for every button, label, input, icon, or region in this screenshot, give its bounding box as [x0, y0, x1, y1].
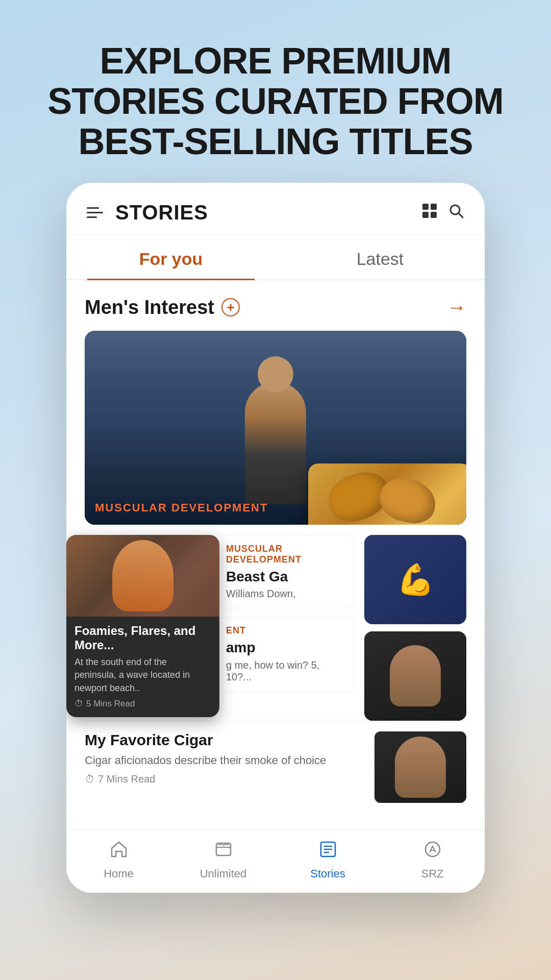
clock-icon-foamies: ⏱ [74, 699, 83, 709]
overlay-card-chicken[interactable]: The Grilled Chicken Cheat Sheet Here's h… [308, 463, 466, 525]
section-title: Men's Interest [85, 297, 214, 318]
section-add-button[interactable]: + [221, 298, 240, 316]
cigar-person-image [364, 631, 466, 721]
tab-for-you[interactable]: For you [66, 235, 276, 279]
section-arrow-icon[interactable]: → [447, 297, 466, 318]
nav-item-stories[interactable]: Stories [276, 840, 380, 880]
bottom-navigation: Home Unlimited Stories [66, 829, 485, 893]
main-story-card[interactable]: MUSCULAR DEVELOPMENT The Grilled Chicken… [85, 331, 466, 525]
surf-image [66, 535, 219, 617]
nav-label-srz: SRZ [421, 867, 444, 880]
unlimited-icon [214, 840, 233, 863]
phone-mockup: STORIES For you Latest [66, 183, 485, 893]
nav-item-home[interactable]: Home [66, 840, 171, 880]
svg-rect-3 [431, 212, 437, 218]
header-icons [421, 203, 464, 223]
mini-card-2-title: amp [226, 639, 345, 656]
svg-point-12 [425, 842, 440, 856]
article-image [374, 731, 466, 803]
srz-icon [423, 840, 442, 863]
section-header: Men's Interest + → [85, 297, 466, 318]
mini-card-2[interactable]: ENT amp g me, how to win? 5, 10?... [217, 617, 354, 692]
overlay-card-foamies[interactable]: Foamies, Flares, and More... At the sout… [66, 535, 219, 717]
foamies-card-body: Foamies, Flares, and More... At the sout… [66, 617, 219, 717]
content-area: Men's Interest + → MUSCULAR DEVELOPMENT … [66, 280, 485, 829]
foamies-card-title: Foamies, Flares, and More... [74, 624, 211, 653]
search-icon[interactable] [448, 203, 464, 223]
mini-card-2-label: ENT [226, 625, 345, 636]
svg-rect-1 [431, 204, 437, 210]
hamburger-menu-icon[interactable] [87, 207, 103, 218]
stories-icon [319, 840, 337, 863]
grid-icon[interactable] [421, 203, 438, 223]
article-title: My Favorite Cigar [85, 731, 364, 749]
nav-label-unlimited: Unlimited [200, 867, 247, 880]
mini-card-2-subtitle: g me, how to win? 5, 10?... [226, 659, 345, 683]
article-time: ⏱ 7 Mins Read [85, 773, 364, 785]
middle-preview: MUSCULAR DEVELOPMENT Beast Ga Williams D… [217, 535, 354, 721]
story-source-label: MUSCULAR DEVELOPMENT [95, 501, 268, 514]
muscular-figure-icon: 💪 [364, 535, 466, 624]
home-icon [110, 840, 128, 863]
mini-card-1-label: MUSCULAR DEVELOPMENT [226, 544, 345, 565]
hero-headline: EXPLORE PREMIUM STORIES CURATED FROM BES… [0, 0, 551, 183]
app-header: STORIES [66, 183, 485, 235]
clock-icon-article: ⏱ [85, 773, 95, 785]
nav-item-unlimited[interactable]: Unlimited [171, 840, 276, 880]
tabs-bar: For you Latest [66, 235, 485, 280]
right-card-2[interactable] [364, 631, 466, 721]
mini-card-1-subtitle: Williams Down, [226, 588, 345, 600]
foamies-card-time: ⏱ 5 Mins Read [74, 699, 211, 709]
nav-label-home: Home [104, 867, 134, 880]
chicken-image [308, 463, 466, 525]
nav-item-srz[interactable]: SRZ [380, 840, 485, 880]
tab-latest[interactable]: Latest [276, 235, 485, 279]
mini-card-1[interactable]: MUSCULAR DEVELOPMENT Beast Ga Williams D… [217, 535, 354, 609]
svg-rect-0 [422, 204, 429, 210]
mini-card-1-title: Beast Ga [226, 568, 345, 585]
lower-section: Foamies, Flares, and More... At the sout… [85, 535, 466, 721]
foamies-card-description: At the south end of the peninsula, a wav… [74, 656, 211, 695]
article-row[interactable]: My Favorite Cigar Cigar aficionados desc… [85, 721, 466, 813]
app-title: STORIES [115, 201, 208, 224]
article-text: My Favorite Cigar Cigar aficionados desc… [85, 731, 364, 786]
right-cards: 💪 [364, 535, 466, 721]
svg-rect-2 [422, 212, 429, 218]
article-description: Cigar aficionados describe their smoke o… [85, 753, 364, 769]
svg-line-5 [459, 213, 463, 217]
nav-label-stories: Stories [310, 867, 345, 880]
right-card-1[interactable]: 💪 [364, 535, 466, 624]
